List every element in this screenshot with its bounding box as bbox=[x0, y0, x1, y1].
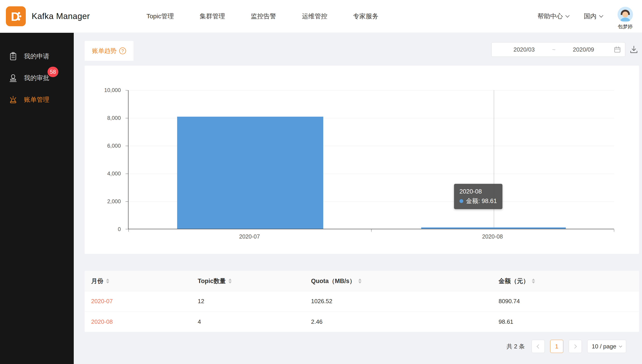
table-row: 2020-08 4 2.46 98.61 bbox=[85, 312, 639, 332]
page-title: Kafka Manager bbox=[32, 12, 90, 21]
x-tick-label: 2020-08 bbox=[482, 233, 503, 240]
bar-2020-08[interactable] bbox=[421, 228, 566, 229]
sidebar: 我的申请 我的审批 58 账单管理 bbox=[0, 33, 74, 364]
cell-amount: 98.61 bbox=[499, 318, 639, 325]
sort-icon[interactable] bbox=[532, 278, 535, 284]
chevron-down-icon bbox=[599, 13, 603, 18]
tooltip-title: 2020-08 bbox=[459, 187, 497, 196]
sidebar-item-label: 账单管理 bbox=[24, 96, 49, 104]
approvals-count-badge: 58 bbox=[48, 67, 58, 77]
page-size-select[interactable]: 10 / page bbox=[587, 340, 626, 353]
y-tick-label: 2,000 bbox=[107, 198, 121, 204]
stamp-icon bbox=[9, 74, 18, 82]
table-header-row: 月份 Topic数量 Quota（MB/s） 金额（元） bbox=[85, 271, 639, 291]
nav-ops-control[interactable]: 运维管控 bbox=[302, 12, 327, 20]
calendar-icon bbox=[614, 46, 621, 53]
help-center-menu[interactable]: 帮助中心 bbox=[537, 12, 569, 20]
user-name: 包梦婷 bbox=[618, 23, 633, 30]
main-content: 账单趋势 ? 2020/03 ~ 2020/09 10,000 8,000 6,… bbox=[74, 33, 642, 364]
x-tick-label: 2020-07 bbox=[239, 233, 260, 240]
date-range-separator: ~ bbox=[550, 46, 558, 53]
help-center-label: 帮助中心 bbox=[537, 12, 563, 20]
clipboard-icon bbox=[9, 52, 18, 61]
bill-trend-chart: 10,000 8,000 6,000 4,000 2,000 0 bbox=[85, 66, 639, 254]
y-tick-label: 6,000 bbox=[107, 143, 121, 149]
date-range-picker[interactable]: 2020/03 ~ 2020/09 bbox=[491, 42, 625, 57]
sidebar-item-my-applications[interactable]: 我的申请 bbox=[0, 46, 74, 67]
top-nav: Topic管理 集群管理 监控告警 运维管控 专家服务 bbox=[146, 12, 378, 20]
page-size-value: 10 / page bbox=[592, 343, 616, 350]
cell-topic-count: 4 bbox=[198, 318, 311, 325]
sidebar-item-label: 我的审批 bbox=[24, 74, 49, 82]
nav-monitor-alert[interactable]: 监控告警 bbox=[251, 12, 276, 20]
user-block[interactable]: 包梦婷 bbox=[617, 7, 633, 30]
pagination-total: 共 2 条 bbox=[506, 342, 525, 350]
cell-quota: 1026.52 bbox=[311, 298, 499, 305]
sidebar-item-my-approvals[interactable]: 我的审批 58 bbox=[0, 67, 74, 89]
table-row: 2020-07 12 1026.52 8090.74 bbox=[85, 291, 639, 312]
brand: D Kafka Manager bbox=[6, 6, 90, 26]
sidebar-item-label: 我的申请 bbox=[24, 52, 49, 60]
chart-plot-area: 2020-08 金额: 98.61 bbox=[128, 90, 614, 229]
tab-bill-trend[interactable]: 账单趋势 ? bbox=[85, 41, 134, 61]
series-dot-icon bbox=[459, 199, 463, 203]
date-end-value[interactable]: 2020/09 bbox=[558, 46, 609, 53]
page-1-button[interactable]: 1 bbox=[550, 340, 563, 353]
column-header-amount[interactable]: 金额（元） bbox=[499, 277, 639, 285]
next-page-button[interactable] bbox=[569, 340, 582, 353]
nav-cluster-management[interactable]: 集群管理 bbox=[200, 12, 225, 20]
pagination: 共 2 条 1 10 / page bbox=[506, 340, 626, 353]
y-tick-label: 4,000 bbox=[107, 170, 121, 177]
alarm-lamp-icon bbox=[9, 95, 18, 104]
tooltip-value-row: 金额: 98.61 bbox=[459, 196, 497, 206]
region-label: 国内 bbox=[584, 12, 596, 20]
date-start-value[interactable]: 2020/03 bbox=[498, 46, 550, 53]
column-header-month[interactable]: 月份 bbox=[91, 277, 198, 285]
chevron-right-icon bbox=[572, 344, 577, 348]
chevron-down-icon bbox=[565, 13, 569, 18]
app-header: D Kafka Manager Topic管理 集群管理 监控告警 运维管控 专… bbox=[0, 0, 642, 33]
cell-quota: 2.46 bbox=[311, 318, 499, 325]
chart-tooltip: 2020-08 金额: 98.61 bbox=[454, 184, 502, 209]
cell-amount: 8090.74 bbox=[499, 298, 639, 305]
tab-bill-trend-label: 账单趋势 bbox=[92, 47, 117, 55]
y-tick-label: 8,000 bbox=[107, 115, 121, 121]
column-header-quota[interactable]: Quota（MB/s） bbox=[311, 277, 499, 285]
cell-topic-count: 12 bbox=[198, 298, 311, 305]
download-icon-button[interactable] bbox=[629, 45, 638, 54]
bill-table: 月份 Topic数量 Quota（MB/s） 金额（元） 2020-07 12 … bbox=[85, 271, 639, 332]
chevron-left-icon bbox=[536, 344, 541, 348]
tooltip-value: 金额: 98.61 bbox=[466, 198, 497, 204]
y-tick-label: 10,000 bbox=[104, 87, 121, 93]
sort-icon[interactable] bbox=[106, 278, 109, 284]
chevron-down-icon bbox=[619, 344, 622, 347]
column-header-topic-count[interactable]: Topic数量 bbox=[198, 277, 311, 285]
prev-page-button[interactable] bbox=[532, 340, 545, 353]
header-right: 帮助中心 国内 包梦婷 bbox=[537, 3, 633, 30]
y-tick-label: 0 bbox=[118, 226, 121, 232]
svg-text:D: D bbox=[11, 10, 20, 23]
avatar[interactable] bbox=[617, 7, 633, 22]
month-link[interactable]: 2020-07 bbox=[91, 298, 113, 304]
sidebar-item-bill-management[interactable]: 账单管理 bbox=[0, 89, 74, 110]
help-circle-icon[interactable]: ? bbox=[119, 48, 126, 54]
sort-icon[interactable] bbox=[358, 278, 361, 284]
month-link[interactable]: 2020-08 bbox=[91, 318, 113, 325]
bar-2020-07[interactable] bbox=[177, 117, 323, 229]
sort-icon[interactable] bbox=[229, 278, 232, 284]
y-axis-labels: 10,000 8,000 6,000 4,000 2,000 0 bbox=[85, 90, 124, 229]
region-select[interactable]: 国内 bbox=[584, 12, 603, 20]
nav-topic-management[interactable]: Topic管理 bbox=[146, 12, 174, 20]
nav-expert-service[interactable]: 专家服务 bbox=[353, 12, 378, 20]
app-logo-icon: D bbox=[6, 6, 26, 26]
